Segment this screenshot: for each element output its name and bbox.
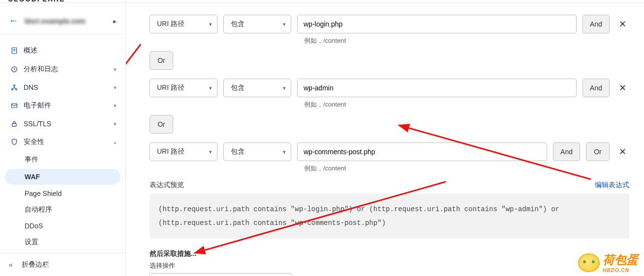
chevrons-left-icon: « (9, 261, 13, 269)
chevron-down-icon: ▾ (114, 121, 117, 127)
sidebar-sub-ddos[interactable]: DDoS (0, 218, 125, 234)
sidebar-item-overview[interactable]: 概述 (0, 41, 125, 60)
field-select[interactable]: URI 路径 ▾ (150, 79, 217, 97)
doc-icon (9, 47, 20, 55)
chevron-down-icon: ▾ (114, 66, 117, 73)
value-input[interactable] (297, 79, 577, 97)
condition-row: URI 路径 ▾ 包含 ▾ And Or ✕ (150, 142, 629, 161)
action-select[interactable]: 托管质询 ▾ (150, 273, 292, 276)
sidebar-sub-bots[interactable]: 自动程序 (0, 201, 125, 218)
operator-select[interactable]: 包含 ▾ (223, 15, 291, 33)
or-row: Or (150, 51, 629, 70)
close-icon[interactable]: ✕ (615, 19, 629, 29)
expression-preview: (http.request.uri.path contains "wp-logi… (150, 193, 629, 239)
shield-icon (9, 138, 20, 146)
or-row: Or (150, 115, 629, 134)
caret-right-icon[interactable]: ▸ (113, 17, 117, 25)
preview-header: 表达式预览 编辑表达式 (150, 181, 629, 190)
and-button[interactable]: And (583, 79, 610, 97)
condition-row: URI 路径 ▾ 包含 ▾ And ✕ (150, 15, 629, 33)
select-value: 包含 (231, 147, 245, 156)
chevron-up-icon: ▴ (114, 139, 117, 145)
svg-line-9 (126, 44, 141, 187)
brand-logo: CLOUDFLARE (8, 0, 65, 3)
sidebar-sub-pageshield[interactable]: Page Shield (0, 186, 125, 201)
chevron-down-icon: ▾ (209, 21, 212, 28)
hint-text: 例如，/content (304, 36, 629, 45)
sidebar-item-label: 安全性 (24, 138, 114, 146)
chevron-down-icon: ▾ (114, 103, 117, 109)
sidebar-item-security[interactable]: 安全性 ▴ (0, 133, 125, 151)
select-value: URI 路径 (157, 20, 184, 28)
action-section-title: 然后采取措施... (150, 249, 629, 258)
close-icon[interactable]: ✕ (615, 83, 629, 93)
or-button[interactable]: Or (586, 142, 610, 161)
sidebar-item-label: 电子邮件 (24, 101, 114, 110)
main-content: URI 路径 ▾ 包含 ▾ And ✕ 例如，/content Or URI 路… (126, 0, 644, 276)
chevron-down-icon: ▾ (283, 149, 286, 155)
annotation-arrow (126, 39, 146, 196)
and-button[interactable]: And (553, 142, 580, 161)
select-value: URI 路径 (157, 83, 184, 92)
edit-expression-link[interactable]: 编辑表达式 (595, 181, 629, 190)
select-value: 包含 (231, 20, 245, 28)
field-select[interactable]: URI 路径 ▾ (150, 142, 217, 161)
sidebar-sub-waf[interactable]: WAF (5, 169, 121, 185)
hint-text: 例如，/content (304, 100, 629, 109)
sidebar-item-dns[interactable]: DNS ▾ (0, 79, 125, 96)
select-value: URI 路径 (157, 147, 184, 156)
condition-row: URI 路径 ▾ 包含 ▾ And ✕ (150, 79, 629, 97)
domain-selector-row: ← blurr.example.com ▸ (0, 9, 125, 34)
sidebar-sub-events[interactable]: 事件 (0, 151, 125, 168)
operator-select[interactable]: 包含 ▾ (223, 79, 291, 97)
hint-text: 例如，/content (304, 164, 629, 173)
or-button[interactable]: Or (150, 115, 173, 134)
sidebar-item-label: DNS (24, 83, 114, 91)
condition-block-1: URI 路径 ▾ 包含 ▾ And ✕ 例如，/content (150, 15, 629, 45)
svg-point-4 (14, 85, 15, 86)
chevron-down-icon: ▾ (209, 85, 212, 91)
sidebar-sub-settings[interactable]: 设置 (0, 234, 125, 250)
sidebar-item-analytics[interactable]: 分析和日志 ▾ (0, 60, 125, 79)
back-arrow-icon[interactable]: ← (9, 16, 18, 26)
sidebar-nav: 概述 分析和日志 ▾ DNS ▾ 电子邮件 ▾ SSL/TLS ▾ (0, 34, 125, 253)
condition-block-2: URI 路径 ▾ 包含 ▾ And ✕ 例如，/content (150, 79, 629, 109)
action-select-label: 选择操作 (150, 261, 629, 270)
sidebar-item-label: 分析和日志 (24, 65, 114, 74)
mail-icon (9, 102, 20, 110)
sidebar: ← blurr.example.com ▸ 概述 分析和日志 ▾ DNS ▾ 电… (0, 0, 126, 276)
chevron-down-icon: ▾ (283, 21, 286, 28)
field-select[interactable]: URI 路径 ▾ (150, 15, 217, 33)
close-icon[interactable]: ✕ (615, 146, 629, 157)
collapse-label: 折叠边栏 (22, 260, 49, 269)
sidebar-item-ssl[interactable]: SSL/TLS ▾ (0, 115, 125, 133)
clock-icon (9, 65, 20, 73)
chevron-down-icon: ▾ (209, 149, 212, 155)
lock-icon (9, 120, 20, 128)
value-input[interactable] (297, 15, 577, 33)
domain-name[interactable]: blurr.example.com (25, 17, 106, 25)
condition-block-3: URI 路径 ▾ 包含 ▾ And Or ✕ 例如，/content (150, 142, 629, 173)
svg-rect-8 (12, 123, 16, 126)
sidebar-item-email[interactable]: 电子邮件 ▾ (0, 96, 125, 115)
collapse-sidebar[interactable]: « 折叠边栏 (0, 253, 125, 276)
or-button[interactable]: Or (150, 51, 173, 70)
network-icon (9, 83, 20, 91)
operator-select[interactable]: 包含 ▾ (223, 142, 291, 161)
preview-title: 表达式预览 (150, 181, 184, 190)
select-value: 包含 (231, 83, 245, 92)
chevron-down-icon: ▾ (283, 85, 286, 91)
chevron-down-icon: ▾ (114, 84, 117, 91)
value-input[interactable] (297, 142, 547, 161)
sidebar-item-label: 概述 (24, 46, 117, 55)
sidebar-item-label: SSL/TLS (24, 120, 114, 128)
and-button[interactable]: And (583, 15, 610, 33)
